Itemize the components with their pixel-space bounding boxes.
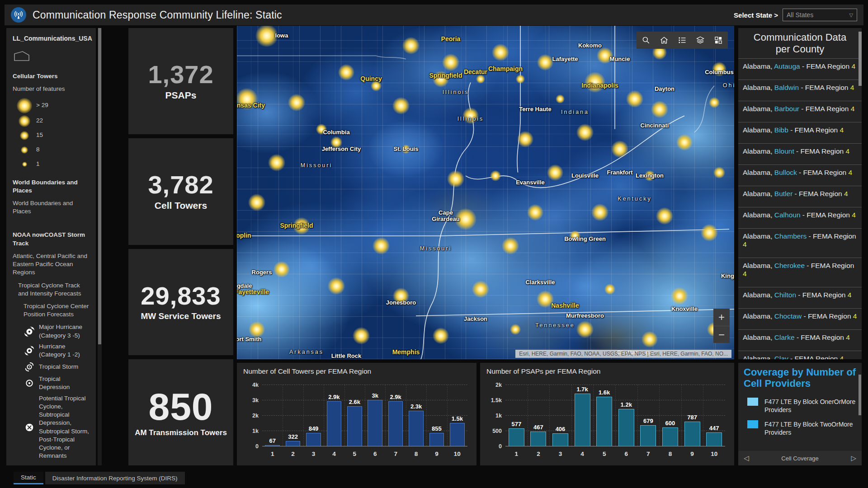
map-canvas[interactable]: IowaPeoriaKokomoLafayetteMuncieChampaign… bbox=[237, 26, 734, 359]
county-row[interactable]: Alabama, Chilton - FEMA Region 4 bbox=[738, 287, 862, 308]
county-panel-title: Communication Data per County bbox=[738, 28, 862, 58]
bar-value-label: 1.6k bbox=[599, 389, 610, 396]
state-dropdown[interactable]: All States ▽ bbox=[783, 9, 857, 21]
county-row[interactable]: Alabama, Barbour - FEMA Region 4 bbox=[738, 101, 862, 122]
cell-tower-dot bbox=[288, 94, 305, 111]
legend-icon[interactable] bbox=[676, 34, 688, 46]
fema-region-label: - FEMA Region bbox=[800, 62, 852, 70]
bar bbox=[530, 432, 546, 446]
bar-value-label: 2.3k bbox=[410, 403, 422, 410]
county-state-label: Alabama, bbox=[743, 312, 774, 320]
county-row[interactable]: Alabama, Baldwin - FEMA Region 4 bbox=[738, 80, 862, 101]
fema-region-number: 4 bbox=[846, 333, 850, 341]
fema-region-label: - FEMA Region bbox=[807, 232, 856, 240]
bar bbox=[286, 441, 301, 446]
county-state-label: Alabama, bbox=[743, 169, 774, 176]
x-tick-label: 9 bbox=[426, 448, 447, 458]
stat-card: 850AM Transmission Towers bbox=[128, 359, 233, 465]
y-tick-label: 2k bbox=[495, 382, 502, 388]
bar-value-label: 1.7k bbox=[576, 386, 588, 393]
stat-card: 1,372PSAPs bbox=[128, 28, 233, 134]
fema-region-number: 4 bbox=[850, 84, 854, 91]
coverage-scrollbar-thumb[interactable] bbox=[859, 375, 861, 415]
layers-icon[interactable] bbox=[694, 34, 706, 46]
chart-title: Number of PSAPs per FEMA Region bbox=[486, 367, 730, 375]
zoom-in-button[interactable]: + bbox=[713, 309, 730, 326]
y-tick-label: 1k bbox=[252, 428, 259, 434]
cell-tower-dot bbox=[597, 47, 613, 64]
storm-legend-row: Potential Tropical Cyclone, Subtropical … bbox=[24, 394, 90, 460]
fema-region-number: 4 bbox=[743, 240, 747, 248]
county-name: Calhoun bbox=[774, 211, 801, 219]
cell-tower-dot bbox=[492, 44, 509, 61]
county-name: Autauga bbox=[774, 62, 800, 70]
fema-region-number: 4 bbox=[844, 190, 848, 197]
fema-region-number: 4 bbox=[840, 355, 844, 359]
county-name: Blount bbox=[774, 147, 794, 155]
county-row[interactable]: Alabama, Bullock - FEMA Region 4 bbox=[738, 164, 862, 186]
basemap-icon[interactable] bbox=[712, 34, 724, 46]
feature-size-row: > 29 bbox=[13, 98, 90, 113]
tab-static[interactable]: Static bbox=[14, 472, 43, 484]
bar bbox=[684, 422, 700, 446]
search-icon[interactable] bbox=[640, 34, 652, 46]
coverage-title: Coverage by Number of Cell Providers bbox=[738, 363, 862, 390]
x-tick-label: 7 bbox=[637, 448, 660, 458]
bar bbox=[347, 406, 362, 446]
cell-tower-dot bbox=[510, 324, 521, 335]
x-tick-label: 10 bbox=[447, 448, 467, 458]
county-row[interactable]: Alabama, Butler - FEMA Region 4 bbox=[738, 186, 862, 207]
home-icon[interactable] bbox=[658, 34, 670, 46]
bar-value-label: 406 bbox=[556, 426, 566, 432]
pager-prev-icon[interactable]: ◁ bbox=[744, 454, 749, 462]
y-tick-label: 500 bbox=[492, 428, 502, 434]
sidebar-scrollbar-thumb[interactable] bbox=[98, 28, 101, 344]
county-row[interactable]: Alabama, Calhoun - FEMA Region 4 bbox=[738, 207, 862, 228]
county-row[interactable]: Alabama, Bibb - FEMA Region 4 bbox=[738, 122, 862, 143]
bar bbox=[706, 432, 722, 446]
x-tick-label: 4 bbox=[571, 448, 594, 458]
x-tick-label: 8 bbox=[406, 448, 426, 458]
storm-legend-label: Hurricane (Category 1 -2) bbox=[39, 343, 90, 359]
polygon-swatch-icon bbox=[13, 49, 90, 65]
cell-tower-dot bbox=[433, 71, 449, 87]
broadcast-logo-icon bbox=[11, 7, 26, 23]
cell-tower-dot bbox=[537, 291, 554, 308]
bar-value-label: 1.2k bbox=[621, 401, 632, 408]
bar-value-label: 849 bbox=[309, 425, 319, 432]
position-group-item: Tropical Cyclone Center Position Forecas… bbox=[24, 302, 90, 319]
pager-next-icon[interactable]: ▷ bbox=[851, 454, 856, 462]
bar bbox=[388, 401, 403, 446]
bar-group: 855 bbox=[426, 385, 447, 446]
bar-value-label: 467 bbox=[533, 424, 543, 431]
tab-dirs[interactable]: Disaster Information Reporting System (D… bbox=[45, 472, 185, 484]
feature-size-row: 15 bbox=[13, 129, 90, 142]
noaa-heading: NOAA nowCOAST Storm Track bbox=[13, 231, 90, 247]
coverage-item-label: F477 LTE By Block TwoOrMore Providers bbox=[764, 420, 857, 436]
county-scrollbar-thumb[interactable] bbox=[859, 32, 862, 86]
cell-tower-dot bbox=[676, 134, 693, 150]
state-dropdown-value: All States bbox=[787, 11, 813, 19]
cell-tower-dot bbox=[547, 164, 563, 181]
county-row[interactable]: Alabama, Clarke - FEMA Region 4 bbox=[738, 329, 862, 351]
county-row[interactable]: Alabama, Autauga - FEMA Region 4 bbox=[738, 58, 862, 80]
county-state-label: Alabama, bbox=[743, 190, 774, 197]
storm-legend-label: Tropical Depression bbox=[39, 375, 90, 391]
bar-value-label: 2.6k bbox=[349, 399, 360, 405]
county-row[interactable]: Alabama, Clay - FEMA Region 4 bbox=[738, 351, 862, 359]
county-name: Butler bbox=[774, 190, 793, 197]
county-row[interactable]: Alabama, Chambers - FEMA Region 4 bbox=[738, 228, 862, 258]
number-of-features-label: Number of features bbox=[13, 85, 90, 93]
storm-legend-label: Tropical Storm bbox=[39, 363, 78, 371]
x-tick-label: 6 bbox=[615, 448, 637, 458]
zoom-control: + − bbox=[713, 309, 730, 343]
coverage-legend-item: F477 LTE By Block TwoOrMore Providers bbox=[743, 420, 857, 436]
county-state-label: Alabama, bbox=[743, 211, 774, 219]
bar bbox=[409, 411, 424, 446]
county-state-label: Alabama, bbox=[743, 333, 774, 341]
county-row[interactable]: Alabama, Cherokee - FEMA Region 4 bbox=[738, 258, 862, 287]
county-row[interactable]: Alabama, Blount - FEMA Region 4 bbox=[738, 143, 862, 164]
county-row[interactable]: Alabama, Choctaw - FEMA Region 4 bbox=[738, 308, 862, 329]
sidebar-scrollbar[interactable] bbox=[98, 28, 102, 465]
zoom-out-button[interactable]: − bbox=[713, 326, 730, 343]
